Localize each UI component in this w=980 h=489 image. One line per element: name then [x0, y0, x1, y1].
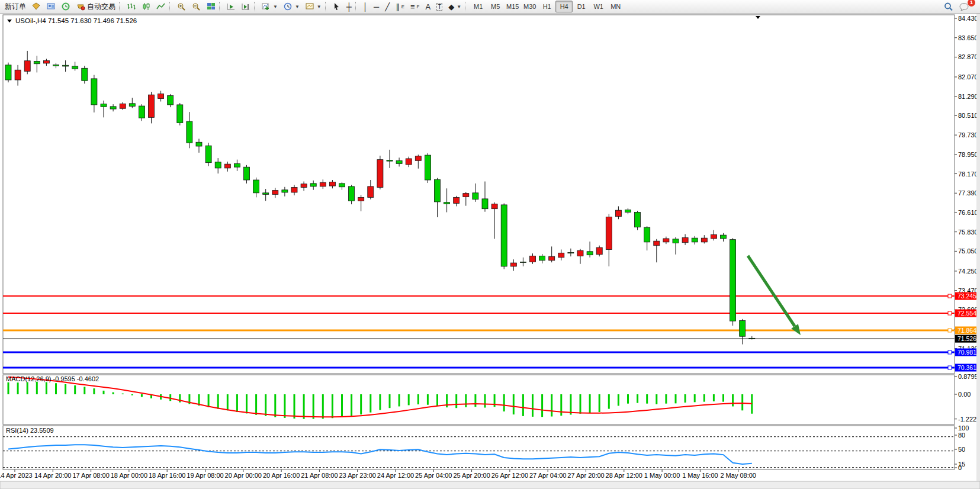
macd-histogram-bar: [141, 394, 143, 397]
bar-chart-type-button[interactable]: [124, 1, 139, 13]
chart-canvas[interactable]: 84.43083.65082.87082.07081.29080.51079.7…: [0, 0, 980, 489]
timeframe-h4[interactable]: H4: [555, 1, 573, 12]
time-axis-label: 2 May 08:00: [720, 472, 756, 479]
candle-body: [549, 256, 555, 260]
resistance-line-2-handle[interactable]: [948, 311, 952, 315]
indicators-button[interactable]: ▼: [259, 1, 281, 13]
candle-body: [721, 235, 727, 239]
support-line-orange-handle[interactable]: [948, 329, 952, 332]
timeframe-m5[interactable]: M5: [487, 1, 504, 12]
fibonacci-tool-button[interactable]: ≡F: [407, 1, 422, 13]
timeframe-m30[interactable]: M30: [521, 1, 538, 12]
macd-histogram-bar: [513, 394, 515, 414]
candle-body: [205, 146, 211, 163]
macd-pane[interactable]: [3, 375, 955, 424]
separator: [325, 2, 328, 11]
chart-shift-button[interactable]: [239, 1, 253, 13]
timeframe-m15[interactable]: M15: [504, 1, 521, 12]
candle-body: [606, 217, 612, 250]
auto-scroll-button[interactable]: [224, 1, 239, 13]
dropdown-caret-icon: ▼: [295, 4, 300, 9]
macd-histogram-bar: [284, 394, 285, 418]
timeframe-group: M1M5M15M30H1H4D1W1MN: [470, 1, 624, 12]
candle-body: [91, 79, 97, 105]
candle-body: [129, 104, 135, 107]
support-line-blue-2-handle[interactable]: [948, 366, 952, 369]
chart-shift-icon: [242, 2, 250, 11]
shapes-tool-button[interactable]: ◆▼: [445, 1, 464, 13]
macd-histogram-bar: [360, 394, 362, 414]
macd-histogram-bar: [522, 394, 524, 416]
navigator-button[interactable]: [44, 1, 59, 13]
macd-histogram-bar: [113, 393, 114, 394]
horizontal-line-icon: ─: [374, 3, 379, 11]
timeframe-m1[interactable]: M1: [470, 1, 487, 12]
vertical-line-tool-button[interactable]: │: [360, 1, 371, 13]
macd-histogram-bar: [36, 382, 38, 394]
text-tool-button[interactable]: A: [422, 1, 433, 13]
candle-chart-type-button[interactable]: [139, 1, 153, 13]
time-axis-label: 25 Apr 20:00: [453, 472, 490, 479]
new-order-button[interactable]: 新订单: [2, 1, 29, 13]
rsi-pane[interactable]: [3, 426, 955, 469]
macd-histogram-bar: [389, 394, 391, 408]
market-watch-icon: [32, 2, 41, 11]
candle-body: [158, 94, 164, 98]
candle-body: [635, 213, 641, 227]
candle-body: [654, 241, 660, 246]
price-axis-label: 83.650: [958, 34, 978, 41]
zoom-out-icon: [192, 2, 201, 11]
autotrade-icon: [76, 2, 85, 11]
support-line-blue-1-handle[interactable]: [948, 350, 952, 354]
resistance-line-1-handle[interactable]: [948, 294, 952, 298]
candle-body: [263, 193, 269, 195]
macd-histogram-bar: [131, 394, 133, 395]
macd-histogram-bar: [618, 394, 619, 406]
templates-button[interactable]: ▼: [303, 1, 324, 13]
label-tool-button[interactable]: T: [433, 1, 445, 13]
candle-body: [358, 197, 364, 201]
candle-body: [387, 160, 393, 161]
candle-body: [224, 164, 230, 168]
macd-histogram-bar: [399, 394, 400, 406]
zoom-out-button[interactable]: [189, 1, 204, 13]
candle-body: [110, 107, 116, 109]
main-pane[interactable]: [3, 15, 955, 374]
auto-scroll-icon: [227, 2, 236, 11]
horizontal-line-tool-button[interactable]: ─: [371, 1, 382, 13]
candle-body: [63, 65, 69, 66]
timeframe-d1[interactable]: D1: [573, 1, 590, 12]
periods-button[interactable]: ▼: [281, 1, 303, 13]
line-chart-type-button[interactable]: [153, 1, 169, 13]
macd-histogram-bar: [703, 394, 705, 402]
dropdown-caret-icon: ▼: [273, 4, 278, 9]
price-axis-label: 82.070: [958, 73, 978, 81]
chat-button[interactable]: 1: [956, 1, 972, 13]
trendline-tool-button[interactable]: ╱: [382, 1, 393, 13]
autotrade-button[interactable]: 自动交易: [73, 1, 118, 13]
candle-body: [730, 240, 736, 321]
macd-axis-label: 0.00: [958, 391, 971, 398]
market-watch-button[interactable]: [29, 1, 44, 13]
candle-body: [692, 238, 698, 242]
timeframe-mn[interactable]: MN: [607, 1, 624, 12]
candle-body: [349, 186, 355, 201]
price-axis-label: 84.430: [958, 15, 978, 22]
channel-tool-button[interactable]: ∥E: [393, 1, 407, 13]
tile-windows-button[interactable]: [204, 1, 219, 13]
strategy-button[interactable]: [59, 1, 73, 13]
zoom-in-button[interactable]: [174, 1, 189, 13]
timeframe-h1[interactable]: H1: [538, 1, 555, 12]
candle-body: [82, 68, 88, 81]
candle-body: [177, 105, 183, 123]
timeframe-w1[interactable]: W1: [590, 1, 607, 12]
time-axis-label: 19 Apr 08:00: [187, 472, 223, 479]
cursor-tool-button[interactable]: [330, 1, 343, 13]
price-axis-label: 78.170: [958, 170, 978, 178]
time-axis-label: 18 Apr 00:00: [111, 472, 147, 479]
crosshair-tool-button[interactable]: ┼: [343, 1, 355, 13]
search-button[interactable]: [941, 1, 956, 13]
macd-histogram-bar: [255, 394, 257, 415]
chart-title: USOil-,H4 71.545 71.630 71.496 71.526: [15, 17, 137, 24]
macd-histogram-bar: [599, 394, 600, 412]
